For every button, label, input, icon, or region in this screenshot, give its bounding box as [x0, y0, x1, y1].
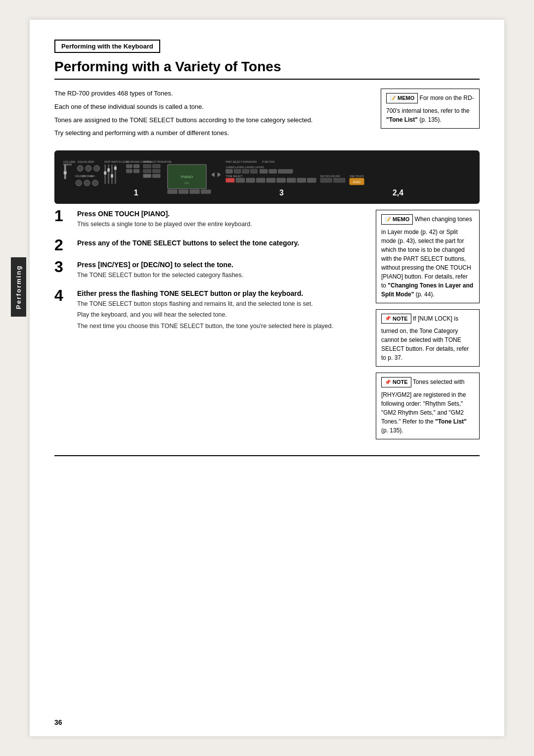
- breadcrumb: Performing with the Keyboard: [54, 40, 160, 53]
- svg-rect-52: [251, 169, 258, 173]
- memo-right-text: When changing tones in Layer mode (p. 42…: [381, 216, 472, 289]
- svg-rect-39: [168, 190, 178, 194]
- svg-point-14: [92, 180, 98, 186]
- svg-point-8: [94, 166, 100, 172]
- svg-rect-17: [104, 171, 106, 175]
- step-3-number: 3: [54, 259, 69, 275]
- note2-box: NOTE Tones selected with [RHY/GM2] are r…: [376, 373, 480, 439]
- intro-line-1: The RD-700 provides 468 types of Tones.: [54, 89, 369, 99]
- svg-rect-61: [267, 178, 275, 183]
- memo-top-text2: (p. 135).: [418, 116, 442, 123]
- svg-text:TONE SELECT: TONE SELECT: [226, 175, 243, 178]
- svg-rect-62: [277, 178, 286, 183]
- svg-rect-60: [256, 178, 265, 183]
- intro-line-2: Each one of these individual sounds is c…: [54, 102, 369, 112]
- svg-text:EXPANSION: EXPANSION: [243, 161, 257, 163]
- svg-rect-19: [107, 169, 110, 172]
- svg-text:PART SWITCH LEVEL: PART SWITCH LEVEL: [104, 161, 129, 163]
- svg-text:INC/YES DEC/NO: INC/YES DEC/NO: [320, 175, 340, 178]
- step-4-block: 4 Either press the flashing TONE SELECT …: [54, 289, 366, 332]
- keyboard-diagram: VOLUME EQUALIZER REVERB CHORUS MFX PART …: [54, 150, 480, 204]
- step-1-desc: This selects a single tone to be played …: [77, 220, 366, 229]
- svg-rect-40: [178, 190, 188, 194]
- steps-outer: 1 Press ONE TOUCH [PIANO]. This selects …: [54, 210, 480, 445]
- svg-point-13: [84, 180, 90, 186]
- svg-rect-27: [126, 169, 132, 173]
- intro-line-4: Try selecting and performing with a numb…: [54, 128, 369, 139]
- svg-rect-51: [242, 169, 249, 173]
- svg-rect-68: [333, 178, 345, 183]
- step-1-number: 1: [54, 208, 69, 224]
- intro-line-3: Tones are assigned to the TONE SELECT bu…: [54, 115, 369, 126]
- svg-rect-26: [134, 165, 139, 168]
- svg-text:PIANO: PIANO: [353, 181, 360, 184]
- svg-text:ONE TOUCH: ONE TOUCH: [350, 175, 364, 178]
- svg-rect-42: [201, 190, 211, 194]
- step-2-block: 2 Press any of the TONE SELECT buttons t…: [54, 239, 366, 253]
- svg-rect-21: [111, 174, 113, 178]
- svg-text:ARPEGGIO TRANSPOSE: ARPEGGIO TRANSPOSE: [143, 161, 172, 163]
- svg-text:1: 1: [134, 189, 138, 197]
- steps-right: MEMO When changing tones in Layer mode (…: [376, 210, 480, 445]
- svg-rect-18: [108, 165, 109, 184]
- note2-bold: "Tone List": [435, 418, 467, 425]
- step-1-title: Press ONE TOUCH [PIANO].: [77, 210, 366, 218]
- svg-rect-53: [260, 169, 267, 173]
- step-4-desc2: Play the keyboard, and you will hear the…: [77, 310, 366, 320]
- bottom-divider: [54, 455, 480, 456]
- svg-rect-67: [320, 178, 332, 183]
- step-4-desc1: The TONE SELECT button stops flashing an…: [77, 299, 366, 309]
- svg-rect-0: [58, 158, 476, 197]
- svg-rect-33: [152, 169, 160, 173]
- page-title: Performing with a Variety of Tones: [54, 59, 480, 80]
- svg-rect-35: [152, 174, 160, 178]
- memo-right-box: MEMO When changing tones in Layer mode (…: [376, 210, 480, 303]
- step-2-content: Press any of the TONE SELECT buttons to …: [77, 239, 366, 249]
- svg-point-6: [77, 166, 83, 172]
- step-1-content: Press ONE TOUCH [PIANO]. This selects a …: [77, 210, 366, 231]
- svg-text:EQUALIZER: EQUALIZER: [78, 160, 94, 163]
- memo-top-box: MEMO For more on the RD-700's internal t…: [381, 89, 480, 129]
- memo-top-label: MEMO: [386, 93, 418, 103]
- step-4-title: Either press the flashing TONE SELECT bu…: [77, 289, 366, 297]
- svg-rect-64: [297, 178, 306, 183]
- step-3-content: Press [INC/YES] or [DEC/NO] to select th…: [77, 261, 366, 282]
- svg-point-12: [76, 180, 82, 186]
- svg-text:FUNCTION: FUNCTION: [262, 161, 275, 163]
- svg-text:2,4: 2,4: [393, 189, 403, 197]
- side-tab: Performing: [11, 257, 26, 317]
- svg-rect-59: [246, 178, 255, 183]
- steps-left: 1 Press ONE TOUCH [PIANO]. This selects …: [54, 210, 366, 445]
- note1-label: NOTE: [381, 314, 411, 324]
- svg-rect-28: [134, 169, 139, 173]
- svg-rect-57: [226, 178, 235, 183]
- step-4-desc3: The next time you choose this TONE SELEC…: [77, 322, 366, 331]
- svg-text:3: 3: [279, 189, 284, 197]
- svg-rect-32: [143, 169, 151, 173]
- svg-rect-34: [143, 174, 151, 178]
- svg-text:001: 001: [184, 182, 189, 185]
- svg-rect-63: [287, 178, 296, 183]
- svg-rect-23: [114, 167, 117, 170]
- step-4-number: 4: [54, 287, 69, 303]
- svg-rect-41: [190, 190, 200, 194]
- svg-rect-54: [269, 169, 277, 173]
- note1-box: NOTE If [NUM LOCK] is turned on, the Ton…: [376, 309, 480, 367]
- step-2-title: Press any of the TONE SELECT buttons to …: [77, 239, 366, 247]
- svg-rect-49: [226, 169, 233, 173]
- step-2-number: 2: [54, 237, 69, 253]
- note2-label: NOTE: [381, 377, 411, 387]
- svg-rect-25: [126, 165, 132, 168]
- svg-rect-5: [64, 171, 67, 174]
- memo-right-text2: (p. 44).: [414, 291, 434, 298]
- step-3-desc: The TONE SELECT button for the selected …: [77, 271, 366, 280]
- note2-text2: (p. 135).: [381, 427, 403, 434]
- svg-point-7: [86, 166, 91, 172]
- svg-text:LOWER LAYER1 LAYER2 LAYER3: LOWER LAYER1 LAYER2 LAYER3: [226, 167, 264, 169]
- svg-rect-30: [143, 165, 151, 168]
- memo-top-bold: "Tone List": [386, 116, 418, 123]
- memo-right-label: MEMO: [381, 214, 413, 225]
- svg-text:VOLUME: VOLUME: [63, 160, 76, 163]
- step-3-block: 3 Press [INC/YES] or [DEC/NO] to select …: [54, 261, 366, 282]
- svg-text:MFX: MFX: [90, 175, 95, 178]
